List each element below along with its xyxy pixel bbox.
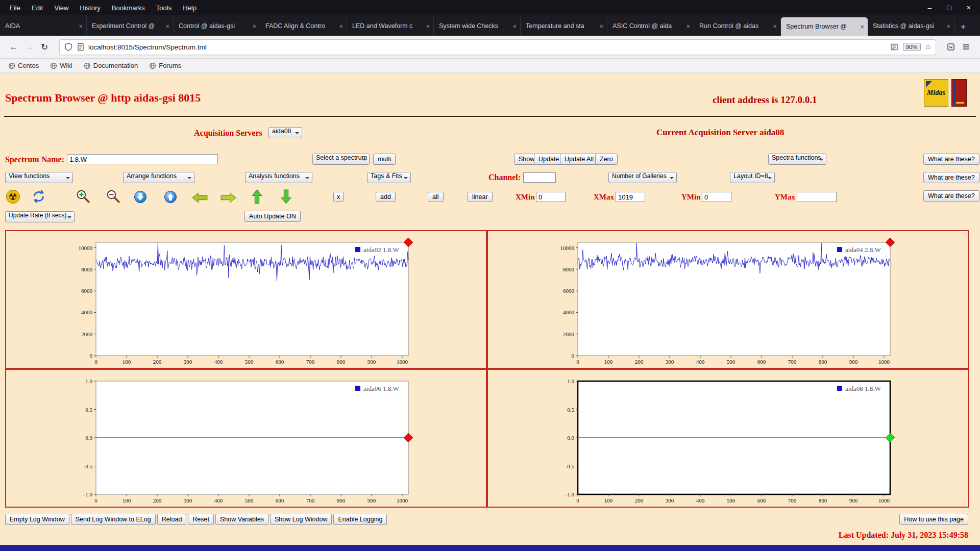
zoom-level-badge[interactable]: 90% — [903, 43, 921, 51]
tab-close-icon[interactable]: × — [426, 22, 430, 30]
zoom-in-icon[interactable] — [75, 188, 91, 204]
tab-close-icon[interactable]: × — [339, 22, 343, 30]
sphere-up-icon[interactable] — [164, 190, 177, 204]
tab-aida[interactable]: AIDA× — [0, 17, 87, 35]
bookmark-forums[interactable]: Forums — [149, 62, 181, 69]
maximize-button[interactable]: □ — [947, 4, 951, 12]
tab-led-and-waveform-c[interactable]: LED and Waveform c× — [347, 17, 434, 35]
minimize-button[interactable]: – — [928, 4, 932, 12]
reset-button[interactable]: Reset — [188, 514, 214, 525]
reader-mode-icon[interactable] — [890, 42, 899, 52]
menu-view[interactable]: View — [50, 2, 73, 14]
tab-run-control-aidas[interactable]: Run Control @ aidas× — [694, 17, 781, 35]
menu-bookmarks[interactable]: Bookmarks — [107, 2, 150, 14]
bookmark-centos[interactable]: Centos — [8, 62, 39, 69]
number-of-galleries-dropdown[interactable]: Number of Galleries — [608, 172, 677, 183]
menu-tools[interactable]: Tools — [152, 2, 176, 14]
xmax-input[interactable] — [616, 192, 645, 202]
send-log-window-to-elog-button[interactable]: Send Log Window to ELog — [71, 514, 156, 525]
bookmark-star-icon[interactable]: ☆ — [925, 42, 932, 52]
sphere-down-icon[interactable] — [134, 190, 147, 204]
multi-button[interactable]: multi — [373, 154, 396, 165]
spectrum-name-input[interactable] — [67, 154, 218, 164]
menu-history[interactable]: History — [75, 2, 105, 14]
view-functions-dropdown[interactable]: View functions — [5, 172, 73, 183]
tab-temperature-and-sta[interactable]: Temperature and sta× — [521, 17, 607, 35]
svg-text:0.0: 0.0 — [85, 435, 92, 441]
zoom-out-icon[interactable] — [105, 188, 121, 204]
auto-update-button[interactable]: Auto Update ON — [244, 211, 301, 222]
tab-asic-control-aida[interactable]: ASIC Control @ aida× — [607, 17, 694, 35]
tab-fadc-align-contro[interactable]: FADC Align & Contro× — [260, 17, 347, 35]
bookmark-wiki[interactable]: Wiki — [50, 62, 72, 69]
url-bar[interactable]: localhost:8015/Spectrum/Spectrum.tml 90%… — [59, 39, 936, 55]
back-button[interactable]: ← — [6, 39, 21, 55]
update-rate-dropdown[interactable]: Update Rate (8 secs) — [5, 211, 75, 222]
channel-input[interactable] — [523, 172, 556, 183]
show-log-window-button[interactable]: Show Log Window — [270, 514, 332, 525]
bookmarks-bar: CentosWikiDocumentationForums — [0, 59, 980, 73]
tab-close-icon[interactable]: × — [686, 22, 690, 30]
spectra-functions-dropdown[interactable]: Spectra functions — [768, 154, 826, 165]
what-are-these-button-3[interactable]: What are these? — [923, 190, 979, 202]
ymax-input[interactable] — [797, 192, 837, 202]
close-button[interactable]: × — [967, 4, 971, 12]
bookmark-documentation[interactable]: Documentation — [84, 62, 138, 69]
add-button[interactable]: add — [376, 192, 396, 202]
arrow-right-icon[interactable] — [220, 192, 237, 204]
what-are-these-button-2[interactable]: What are these? — [923, 172, 979, 183]
gallery-panel-aida02[interactable]: 0100200300400500600700800900100002000400… — [5, 230, 487, 369]
layout-id-dropdown[interactable]: Layout ID=8 — [730, 172, 775, 183]
enable-logging-button[interactable]: Enable Logging — [333, 514, 387, 525]
xmin-input[interactable] — [536, 192, 566, 202]
recycle-icon[interactable] — [32, 189, 46, 204]
new-tab-button[interactable]: + — [954, 18, 972, 36]
ymin-input[interactable] — [702, 192, 731, 202]
menu-file[interactable]: File — [5, 2, 25, 14]
tags-fits-dropdown[interactable]: Tags & Fits — [367, 172, 411, 183]
zero-button[interactable]: Zero — [595, 154, 618, 165]
linear-button[interactable]: linear — [468, 192, 493, 202]
acquisition-server-select[interactable]: aida08 — [268, 127, 302, 138]
analysis-functions-dropdown[interactable]: Analysis functions — [245, 172, 312, 183]
tab-control-aidas-gsi[interactable]: Control @ aidas-gsi× — [174, 17, 260, 35]
how-to-use-button[interactable]: How to use this page — [899, 514, 968, 525]
menu-help[interactable]: Help — [178, 2, 201, 14]
gallery-panel-aida04[interactable]: 0100200300400500600700800900100002000400… — [487, 230, 969, 369]
tab-close-icon[interactable]: × — [79, 22, 83, 30]
menu-edit[interactable]: Edit — [27, 2, 47, 14]
svg-text:600: 600 — [276, 359, 284, 365]
tab-close-icon[interactable]: × — [599, 22, 603, 30]
tab-spectrum-browser[interactable]: Spectrum Browser @× — [781, 17, 868, 36]
tab-close-icon[interactable]: × — [512, 22, 517, 30]
arrow-down-icon[interactable] — [280, 189, 292, 205]
tab-close-icon[interactable]: × — [773, 22, 777, 30]
gallery-panel-aida06[interactable]: 010020030040050060070080090010001.00.50.… — [5, 369, 487, 508]
arrange-functions-dropdown[interactable]: Arrange functions — [123, 172, 194, 183]
update-button[interactable]: Update — [534, 154, 564, 165]
forward-button[interactable]: → — [21, 39, 37, 55]
arrow-left-icon[interactable] — [191, 192, 208, 204]
arrow-up-icon[interactable] — [251, 189, 263, 205]
tab-close-icon[interactable]: × — [946, 22, 950, 30]
hamburger-menu-icon[interactable] — [959, 39, 974, 55]
what-are-these-button-1[interactable]: What are these? — [923, 154, 979, 165]
all-button[interactable]: all — [428, 192, 444, 202]
show-variables-button[interactable]: Show Variables — [215, 514, 268, 525]
overflow-menu-icon[interactable] — [943, 39, 959, 55]
tab-close-icon[interactable]: × — [252, 22, 256, 30]
tab-experiment-control[interactable]: Experiment Control @× — [87, 17, 174, 35]
empty-log-window-button[interactable]: Empty Log Window — [5, 514, 69, 525]
tab-close-icon[interactable]: × — [860, 23, 864, 31]
radiation-icon[interactable]: ☢ — [6, 190, 20, 204]
reload-button[interactable]: ↻ — [37, 39, 52, 55]
update-all-button[interactable]: Update All — [560, 154, 598, 165]
tab-system-wide-checks[interactable]: System wide Checks× — [434, 17, 521, 35]
tab-close-icon[interactable]: × — [165, 22, 169, 30]
svg-text:8000: 8000 — [81, 266, 93, 272]
gallery-panel-aida08[interactable]: 010020030040050060070080090010001.00.50.… — [487, 369, 969, 508]
tab-statistics-aidas-gsi[interactable]: Statistics @ aidas-gsi× — [868, 17, 954, 35]
select-spectrum-dropdown[interactable]: Select a spectrum — [312, 154, 370, 165]
x-axis-button[interactable]: x — [333, 192, 344, 202]
reload-button[interactable]: Reload — [157, 514, 187, 525]
